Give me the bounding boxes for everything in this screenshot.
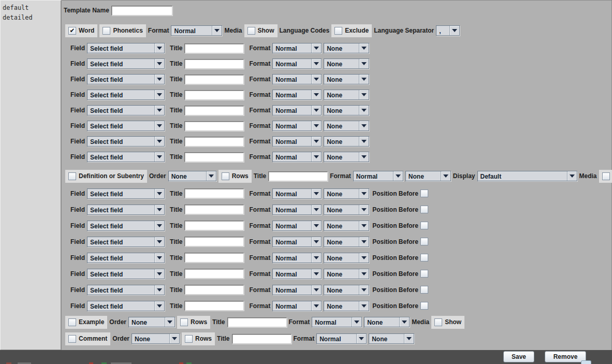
definition-style-select[interactable]: None — [405, 171, 451, 181]
phonetics-checkbox[interactable] — [103, 27, 110, 35]
format-select[interactable]: Normal — [272, 188, 322, 199]
title-input[interactable] — [184, 269, 244, 279]
definition-order-select[interactable]: None — [168, 171, 216, 181]
comment-order-select[interactable]: None — [132, 333, 180, 344]
field-select[interactable]: Select field — [87, 105, 165, 115]
style-select[interactable]: None — [324, 205, 369, 215]
style-select[interactable]: None — [324, 152, 369, 162]
format-select[interactable]: Normal — [272, 90, 322, 100]
style-select[interactable]: None — [324, 74, 369, 84]
comment-format-select[interactable]: Normal — [316, 333, 367, 344]
format-select[interactable]: Normal — [272, 269, 322, 279]
style-select[interactable]: None — [324, 253, 369, 263]
format-select[interactable]: Normal — [272, 221, 322, 231]
title-input[interactable] — [184, 285, 244, 295]
position-before-checkbox[interactable] — [420, 238, 428, 245]
title-input[interactable] — [184, 90, 244, 100]
format-select[interactable]: Normal — [272, 301, 322, 311]
field-select[interactable]: Select field — [87, 136, 165, 147]
comment-checkbox[interactable] — [68, 335, 76, 343]
media-show-checkbox[interactable] — [247, 27, 255, 35]
title-input[interactable] — [184, 221, 244, 230]
field-select[interactable]: Select field — [87, 253, 165, 263]
field-select[interactable]: Select field — [87, 301, 165, 311]
style-select[interactable]: None — [324, 285, 369, 295]
format-select[interactable]: Normal — [272, 152, 322, 162]
template-list-item-detailed[interactable]: detailed — [3, 13, 59, 23]
title-input[interactable] — [184, 43, 244, 53]
field-select[interactable]: Select field — [87, 152, 165, 162]
style-select[interactable]: None — [324, 237, 369, 247]
example-checkbox[interactable] — [68, 318, 76, 326]
field-select[interactable]: Select field — [87, 285, 165, 295]
media-show-checkbox[interactable] — [602, 172, 610, 180]
field-select[interactable]: Select field — [87, 221, 165, 231]
title-input[interactable] — [184, 75, 244, 84]
field-select[interactable]: Select field — [87, 205, 165, 215]
format-select[interactable]: Normal — [272, 43, 322, 53]
title-input[interactable] — [184, 301, 244, 311]
style-select[interactable]: None — [324, 269, 369, 279]
title-input[interactable] — [184, 59, 244, 69]
position-before-checkbox[interactable] — [420, 222, 428, 229]
example-style-select[interactable]: None — [364, 317, 410, 327]
title-input[interactable] — [184, 237, 244, 246]
style-select[interactable]: None — [324, 221, 369, 231]
style-select[interactable]: None — [324, 136, 369, 147]
field-select[interactable]: Select field — [87, 43, 165, 53]
field-select[interactable]: Select field — [87, 269, 165, 279]
format-select[interactable]: Normal — [272, 205, 322, 215]
style-select[interactable]: None — [324, 301, 369, 311]
save-button[interactable]: Save — [503, 351, 534, 362]
field-select[interactable]: Select field — [87, 121, 165, 131]
style-select[interactable]: None — [324, 105, 369, 115]
remove-button[interactable]: Remove — [545, 351, 586, 362]
field-select[interactable]: Select field — [87, 237, 165, 247]
title-input[interactable] — [184, 106, 244, 115]
style-select[interactable]: None — [324, 59, 369, 69]
format-select[interactable]: Normal — [272, 121, 322, 131]
title-input[interactable] — [184, 121, 244, 131]
format-select[interactable]: Normal — [272, 59, 322, 69]
format-select[interactable]: Normal — [272, 285, 322, 295]
comment-title-input[interactable] — [232, 334, 292, 344]
format-select[interactable]: Normal — [272, 105, 322, 115]
field-select[interactable]: Select field — [87, 59, 165, 69]
position-before-checkbox[interactable] — [420, 302, 428, 310]
rows-checkbox[interactable] — [222, 172, 229, 180]
title-input[interactable] — [184, 205, 244, 214]
title-input[interactable] — [184, 253, 244, 263]
title-input[interactable] — [184, 152, 244, 162]
definition-format-select[interactable]: Normal — [353, 171, 403, 181]
display-select[interactable]: Default — [477, 171, 577, 181]
format-select[interactable]: Normal — [272, 136, 322, 147]
title-input[interactable] — [184, 188, 244, 198]
word-checkbox[interactable] — [68, 27, 76, 35]
position-before-checkbox[interactable] — [420, 190, 428, 197]
field-select[interactable]: Select field — [87, 90, 165, 100]
definition-title-input[interactable] — [268, 171, 328, 181]
style-select[interactable]: None — [324, 43, 369, 53]
format-select[interactable]: Normal — [272, 74, 322, 84]
style-select[interactable]: None — [324, 90, 369, 100]
rows-checkbox[interactable] — [185, 335, 193, 343]
position-before-checkbox[interactable] — [420, 286, 428, 294]
format-select[interactable]: Normal — [272, 237, 322, 247]
definition-checkbox[interactable] — [68, 172, 76, 180]
style-select[interactable]: None — [324, 121, 369, 131]
media-show-checkbox[interactable] — [434, 318, 442, 326]
position-before-checkbox[interactable] — [420, 270, 428, 278]
style-select[interactable]: None — [324, 188, 369, 199]
comment-style-select[interactable]: None — [369, 333, 414, 344]
field-select[interactable]: Select field — [87, 74, 165, 84]
position-before-checkbox[interactable] — [420, 254, 428, 261]
example-format-select[interactable]: Normal — [312, 317, 362, 327]
template-name-input[interactable] — [111, 6, 172, 16]
rows-checkbox[interactable] — [180, 318, 188, 326]
language-separator-select[interactable]: , — [436, 25, 460, 36]
word-format-select[interactable]: Normal — [171, 25, 222, 36]
template-list-item-default[interactable]: default — [3, 3, 59, 13]
exclude-checkbox[interactable] — [334, 27, 342, 35]
title-input[interactable] — [184, 137, 244, 147]
format-select[interactable]: Normal — [272, 253, 322, 263]
